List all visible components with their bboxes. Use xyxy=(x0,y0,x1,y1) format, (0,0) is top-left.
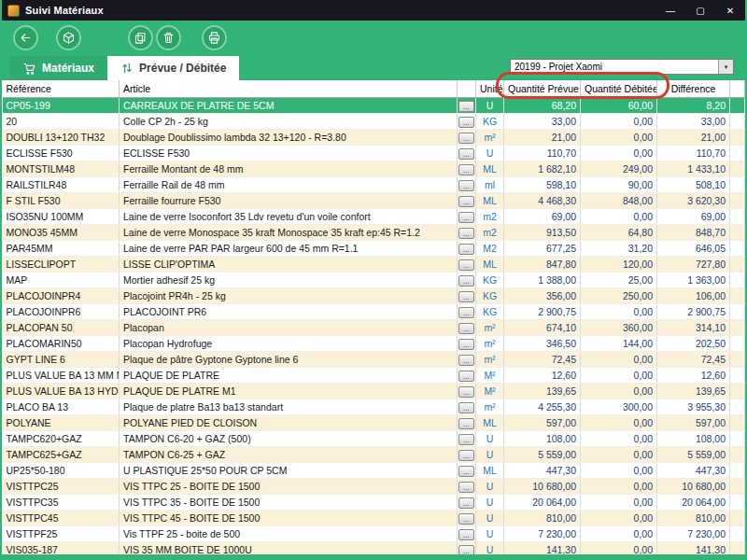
cell-detail: ... xyxy=(458,145,476,161)
table-row[interactable]: LISSECLIPOPTLISSE CLIP'OPTIMA...ML847,80… xyxy=(3,256,745,272)
row-detail-button[interactable]: ... xyxy=(458,323,474,334)
header-difference[interactable]: Différence xyxy=(657,80,730,97)
print-button[interactable] xyxy=(202,25,227,50)
cell-filler xyxy=(730,208,745,224)
table-row[interactable]: PLACO BA 13Plaque de platre Ba13 ba13 st… xyxy=(3,399,745,414)
row-detail-button[interactable]: ... xyxy=(458,259,474,271)
row-detail-button[interactable]: ... xyxy=(458,228,474,239)
minimize-button[interactable]: — xyxy=(655,0,685,21)
table-row[interactable]: MONO35 45MMLaine de verre Monospace 35 k… xyxy=(3,224,745,240)
table-row[interactable]: PAR45MMLaine de verre PAR PAR largeur 60… xyxy=(3,240,745,256)
cell-detail: ... xyxy=(458,240,476,256)
table-row[interactable]: MONTSTILM48Ferraille Montant de 48 mm...… xyxy=(3,161,745,176)
table-row[interactable]: 20Colle CP 2h - 25 kg...KG33,000,0033,00 xyxy=(3,113,745,129)
header-planned[interactable]: Quantité Prévue xyxy=(504,80,581,97)
cell-planned: 72,45 xyxy=(504,351,581,367)
tabbar: Matériaux Prévue / Débitée 20199 - Proje… xyxy=(2,54,745,80)
row-detail-button[interactable]: ... xyxy=(458,148,474,160)
maximize-button[interactable]: ▢ xyxy=(685,0,715,21)
sort-arrows-icon xyxy=(120,62,134,75)
delete-button[interactable] xyxy=(156,25,181,50)
table-row[interactable]: UP25*50-180U PLASTIQUE 25*50 POUR CP 5CM… xyxy=(3,462,745,478)
row-detail-button[interactable]: ... xyxy=(458,275,474,287)
header-reference[interactable]: Référence xyxy=(3,80,120,97)
table-row[interactable]: RAILSTILR48Ferraille Rail de 48 mm...ml5… xyxy=(3,176,745,192)
row-detail-button[interactable]: ... xyxy=(458,164,474,175)
table-row[interactable]: ECLISSE F530ECLISSE F530...U110,700,0011… xyxy=(3,145,745,161)
row-detail-button[interactable]: ... xyxy=(458,307,474,318)
back-button[interactable] xyxy=(13,25,38,50)
table-row[interactable]: VISTTPC25VIS TTPC 25 - BOITE DE 1500...U… xyxy=(3,478,745,494)
cell-reference: MONO35 45MM xyxy=(3,224,120,240)
row-detail-button[interactable]: ... xyxy=(458,402,474,413)
cell-article: TAMPON C6-25 + GAZ xyxy=(120,446,458,462)
row-detail-button[interactable]: ... xyxy=(458,291,474,302)
cell-detail: ... xyxy=(458,446,476,462)
table-row[interactable]: PLUS VALUE BA 13 MM MOPLAQUE DE PLATRE..… xyxy=(3,367,745,383)
row-detail-button[interactable]: ... xyxy=(458,180,474,191)
row-detail-button[interactable]: ... xyxy=(458,244,474,255)
cell-planned: 447,30 xyxy=(504,462,581,478)
cell-cut: 0,00 xyxy=(581,525,657,541)
header-article[interactable]: Article xyxy=(120,80,458,97)
table-row[interactable]: TAMPC620+GAZTAMPON C6-20 + GAZ (500)...U… xyxy=(3,430,745,446)
cell-reference: POLYANE xyxy=(3,414,120,430)
row-detail-button[interactable]: ... xyxy=(458,529,474,540)
cell-planned: 847,80 xyxy=(504,256,581,272)
row-detail-button[interactable]: ... xyxy=(458,434,474,445)
row-detail-button[interactable]: ... xyxy=(458,545,474,556)
project-select[interactable]: 20199 - Projet Xaomi ▼ xyxy=(510,59,734,75)
row-detail-button[interactable]: ... xyxy=(458,355,474,366)
dropdown-arrow-icon[interactable]: ▼ xyxy=(718,60,733,74)
row-detail-button[interactable]: ... xyxy=(458,196,474,207)
cell-article: TAMPON C6-20 + GAZ (500) xyxy=(120,430,458,446)
table-row[interactable]: MAPMortier adhesif 25 kg...KG1 388,0025,… xyxy=(3,272,745,287)
table-row[interactable]: POLYANEPOLYANE PIED DE CLOISON...ML597,0… xyxy=(3,414,745,430)
row-detail-button[interactable]: ... xyxy=(458,133,474,144)
tab-prevue-debitee[interactable]: Prévue / Débitée xyxy=(107,56,239,80)
table-row[interactable]: ISO35NU 100MMLaine de verre Isoconfort 3… xyxy=(3,208,745,224)
row-detail-button[interactable]: ... xyxy=(458,513,474,525)
tab-materiaux[interactable]: Matériaux xyxy=(9,56,107,80)
table-row[interactable]: PLACOJOINPR6PLACOJOINT PR6...KG2 900,750… xyxy=(3,303,745,319)
cell-reference: ISO35NU 100MM xyxy=(3,208,120,224)
tab-label: Matériaux xyxy=(42,62,94,75)
table-row[interactable]: TAMPC625+GAZTAMPON C6-25 + GAZ...U5 559,… xyxy=(3,446,745,462)
row-detail-button[interactable]: ... xyxy=(458,101,474,112)
row-detail-button[interactable]: ... xyxy=(458,339,474,350)
cart-icon xyxy=(22,62,36,76)
table-row[interactable]: GYPT LINE 6Plaque de pâtre Gyptone Gypto… xyxy=(3,351,745,367)
cell-article: POLYANE PIED DE CLOISON xyxy=(120,414,458,430)
row-detail-button[interactable]: ... xyxy=(458,450,474,461)
table-row[interactable]: CP05-199CARREAUX DE PLATRE DE 5CM...U68,… xyxy=(3,97,745,113)
cell-cut: 0,00 xyxy=(581,541,657,557)
close-button[interactable]: ✕ xyxy=(715,0,745,21)
cell-cut: 0,00 xyxy=(581,510,657,525)
table-row[interactable]: PLACOJOINPR4Placojoint PR4h - 25 kg...KG… xyxy=(3,287,745,303)
row-detail-button[interactable]: ... xyxy=(458,386,474,398)
row-detail-button[interactable]: ... xyxy=(458,117,474,128)
copy-button[interactable] xyxy=(128,25,153,50)
table-row[interactable]: VISTTPF25Vis TTPF 25 - boite de 500...U7… xyxy=(3,525,745,541)
table-row[interactable]: VISTTPC35VIS TTPC 35 - BOITE DE 1500...U… xyxy=(3,494,745,510)
row-detail-button[interactable]: ... xyxy=(458,466,474,477)
table-row[interactable]: VISTTPC45VIS TTPC 45 - BOITE DE 1500...U… xyxy=(3,510,745,525)
cell-unit: m2 xyxy=(476,208,504,224)
cell-reference: PLACOJOINPR4 xyxy=(3,287,120,303)
table-row[interactable]: DOUBLI 13+120 TH32Doublage Doublissimo l… xyxy=(3,129,745,145)
row-detail-button[interactable]: ... xyxy=(458,482,474,493)
row-detail-button[interactable]: ... xyxy=(458,212,474,223)
table-row[interactable]: F STIL F530Ferraille fourrure F530...ML4… xyxy=(3,192,745,208)
table-row[interactable]: PLUS VALUE BA 13 HYDROPLAQUE DE PLATRE M… xyxy=(3,383,745,399)
table-row[interactable]: PLACOMARIN50Placopan Hydrofuge...m²346,5… xyxy=(3,335,745,351)
header-unit[interactable]: Unité xyxy=(476,80,504,97)
cell-filler xyxy=(730,446,745,462)
table-row[interactable]: PLACOPAN 50Placopan...m²674,10360,00314,… xyxy=(3,319,745,335)
table-row[interactable]: VIS035-187VIS 35 MM BOITE DE 1000U...U14… xyxy=(3,541,745,557)
row-detail-button[interactable]: ... xyxy=(458,371,474,382)
header-cut[interactable]: Quantité Débitée xyxy=(581,80,657,97)
materials-button[interactable] xyxy=(56,25,81,50)
cell-planned: 10 680,00 xyxy=(504,478,581,494)
row-detail-button[interactable]: ... xyxy=(458,418,474,429)
row-detail-button[interactable]: ... xyxy=(458,497,474,509)
